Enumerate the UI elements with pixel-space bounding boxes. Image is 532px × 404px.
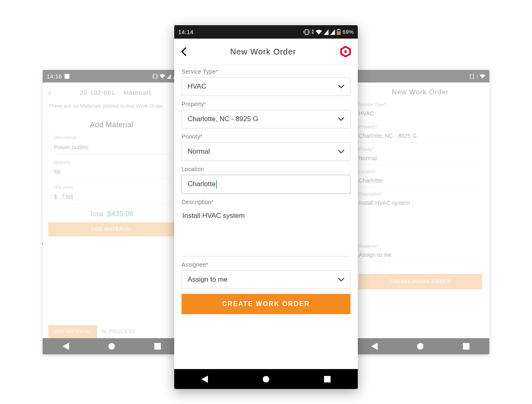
status-time: 14:16 xyxy=(47,73,62,80)
property-value: Charlotte, NC - 8925 G xyxy=(188,115,258,123)
nav-back-icon[interactable] xyxy=(371,343,378,350)
location-input[interactable]: Charlotte xyxy=(182,175,350,194)
form-content: Service Type* HVAC Property* Charlotte, … xyxy=(174,65,358,369)
nav-recent-icon[interactable] xyxy=(463,343,469,350)
status-bar: 14:14 ⁑ 69% xyxy=(174,25,358,39)
description-label: Description xyxy=(54,135,169,140)
svg-rect-10 xyxy=(337,31,340,35)
cell-signal-icon xyxy=(167,74,171,79)
nav-recent-icon[interactable] xyxy=(324,376,331,382)
quantity-input[interactable]: 58 xyxy=(54,166,169,179)
card-title: Add Material xyxy=(54,121,169,129)
work-order-id: 20-102-681 xyxy=(80,89,115,96)
svg-rect-0 xyxy=(65,74,69,79)
chevron-left-icon xyxy=(181,47,186,56)
cell-signal-icon xyxy=(324,29,329,35)
background-phone-materials: 14:16 ‹ 20-102-681 Materials There are n… xyxy=(43,70,181,354)
back-icon[interactable]: ‹ xyxy=(48,88,51,97)
add-material-card: Add Material Description Power outlets Q… xyxy=(48,114,175,236)
property-label: Property* xyxy=(182,101,350,107)
android-nav-bar xyxy=(174,369,358,389)
location-value[interactable]: Charlotte xyxy=(359,176,482,187)
svg-rect-1 xyxy=(154,74,157,79)
assignee-value: Assign to me xyxy=(188,276,227,284)
status-bar: ⁝ xyxy=(351,70,489,83)
wifi-icon xyxy=(480,74,485,79)
create-work-order-button[interactable]: CREATE WORK ORDER xyxy=(182,294,350,314)
add-material-chip[interactable]: ADD MATERIAL xyxy=(48,325,97,338)
nav-home-icon[interactable] xyxy=(108,343,115,350)
nav-back-icon[interactable] xyxy=(201,376,208,383)
chevron-down-icon xyxy=(338,150,344,154)
priority-label: Priority* xyxy=(182,133,350,140)
description-value: Install HVAC system xyxy=(182,212,245,220)
back-button[interactable] xyxy=(181,47,186,56)
svg-rect-5 xyxy=(305,30,308,35)
battery-percent: 69% xyxy=(342,29,354,35)
description-input[interactable]: Install HVAC system xyxy=(182,208,350,256)
property-select[interactable]: Charlotte, NC - 8925 G xyxy=(182,110,350,128)
priority-value: Normal xyxy=(188,148,210,156)
create-work-order-button[interactable]: CREATE WORK ORDER xyxy=(359,274,482,289)
priority-select[interactable]: Normal xyxy=(182,142,350,161)
unit-price-value: 7.50 xyxy=(61,193,72,200)
page-title: New Work Order xyxy=(351,83,489,102)
priority-value[interactable]: Normal xyxy=(359,153,482,165)
nav-back-icon[interactable] xyxy=(63,343,69,350)
wifi-icon xyxy=(160,74,165,79)
total-value: $435.00 xyxy=(107,210,134,218)
chevron-down-icon xyxy=(338,117,344,121)
empty-materials-message: There are no Materials posted to this Wo… xyxy=(43,102,181,110)
location-label: Location xyxy=(359,169,482,174)
nav-recent-icon[interactable] xyxy=(154,343,161,350)
assignee-value[interactable]: Assign to me xyxy=(359,250,482,262)
app-header: New Work Order xyxy=(174,39,358,65)
currency-symbol: $ xyxy=(54,193,57,200)
chevron-down-icon xyxy=(338,278,344,282)
service-type-select[interactable]: HVAC xyxy=(182,77,350,96)
assignee-label: Assignee* xyxy=(359,243,482,248)
service-type-value: HVAC xyxy=(188,83,206,91)
property-value[interactable]: Charlotte, NC - 8925 G xyxy=(359,131,482,143)
assignee-label: Assignee* xyxy=(182,261,350,268)
description-input[interactable]: Power outlets xyxy=(54,141,169,154)
priority-label: Priority* xyxy=(359,147,482,152)
app-icon xyxy=(65,74,69,79)
svg-rect-9 xyxy=(338,29,340,30)
background-phone-work-order: ⁝ New Work Order Service Type* HVAC Prop… xyxy=(351,70,489,354)
unit-price-label: Unit price xyxy=(54,185,169,189)
service-type-label: Service Type* xyxy=(182,68,350,75)
svg-rect-4 xyxy=(470,74,474,79)
add-material-button[interactable]: ADD MATERIAL xyxy=(48,222,175,236)
property-label: Property* xyxy=(359,124,482,129)
service-type-value[interactable]: HVAC xyxy=(359,109,482,120)
assignee-select[interactable]: Assign to me xyxy=(182,270,350,289)
wifi-icon xyxy=(316,29,322,35)
app-logo-icon xyxy=(340,46,351,57)
description-label: Description* xyxy=(359,191,482,196)
description-label: Description* xyxy=(182,199,350,205)
main-phone-new-work-order: 14:14 ⁑ 69% New Work Order xyxy=(174,25,358,389)
location-value: Charlotte xyxy=(188,180,216,188)
header-tab: Materials xyxy=(123,89,152,96)
vibrate-icon xyxy=(469,74,475,79)
page-title: New Work Order xyxy=(186,47,340,56)
chevron-down-icon xyxy=(338,85,344,89)
nav-home-icon[interactable] xyxy=(263,376,269,382)
total-row: Total $435.00 xyxy=(54,210,169,218)
unit-price-input[interactable]: $ 7.50 xyxy=(54,191,169,204)
description-value[interactable]: Install HVAC system xyxy=(359,198,482,239)
svg-point-12 xyxy=(344,50,347,53)
battery-icon xyxy=(337,29,341,35)
text-cursor xyxy=(216,180,217,189)
android-nav-bar xyxy=(351,338,489,354)
vibrate-icon xyxy=(152,74,158,79)
bluetooth-icon: ⁑ xyxy=(311,29,314,35)
quantity-label: Quantity xyxy=(54,160,169,165)
status-time: 14:14 xyxy=(178,29,194,35)
total-label: Total xyxy=(90,211,104,217)
service-type-label: Service Type* xyxy=(359,102,482,107)
vibrate-icon xyxy=(303,29,310,35)
nav-home-icon[interactable] xyxy=(417,343,424,350)
in-process-label: IN PROCESS xyxy=(101,329,135,334)
